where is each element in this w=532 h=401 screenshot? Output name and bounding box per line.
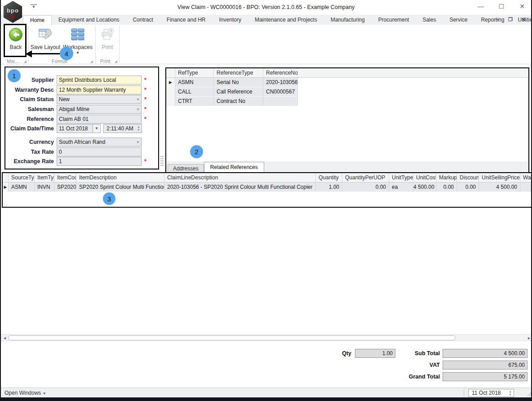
exchange-rate-field[interactable]: 1: [57, 157, 142, 166]
tab-contract[interactable]: Contract: [126, 15, 160, 25]
warranty-desc-field[interactable]: 12 Month Supplier Warranty: [57, 85, 142, 94]
column-header-warehouse[interactable]: Ware: [520, 173, 531, 183]
required-asterisk: *: [144, 106, 146, 112]
save-layout-button[interactable]: Save Layout: [31, 26, 60, 50]
print-label: Print: [102, 44, 113, 50]
tab-related-references[interactable]: Related References: [204, 162, 264, 173]
back-button[interactable]: Back: [5, 26, 26, 50]
save-layout-icon: [38, 26, 53, 43]
tab-maintenance-and-projects[interactable]: Maintenance and Projects: [248, 15, 324, 25]
window-title: View Claim - WC0000016 - BPO: Version 2.…: [1, 4, 531, 10]
vat-label: VAT: [387, 362, 440, 368]
grand-total-field: 5 175.00: [443, 372, 528, 381]
annotation-arrow-line: [31, 53, 60, 54]
claim-header-form: Supplier Sprint Distributors Local * War…: [4, 67, 159, 169]
tab-service[interactable]: Service: [443, 15, 474, 25]
chevron-down-icon: ▼: [136, 108, 140, 111]
group-caption-main: Mai...: [2, 58, 24, 64]
tab-inventory[interactable]: Inventory: [213, 15, 248, 25]
callout-badge-2: 2: [190, 145, 203, 158]
reference-label: Reference: [5, 115, 54, 124]
tab-manufacturing[interactable]: Manufacturing: [324, 15, 372, 25]
ribbon-group-main: Back Mai...: [2, 25, 28, 64]
group-launcher-icon[interactable]: [90, 60, 93, 63]
ribbon-toolbar: Back Mai... Save Layout: [1, 25, 531, 64]
column-header-itemtype[interactable]: ItemType: [35, 173, 54, 183]
column-header-quantity[interactable]: Quantity: [316, 173, 342, 183]
claim-lines-grid: SourceType ItemType ItemCode ItemDescrip…: [3, 173, 531, 192]
claim-line-row[interactable]: ▶ ASMN INVN SP2020 SP2020 Sprint Colour …: [3, 183, 531, 192]
claim-status-label: Claim Status: [5, 95, 54, 104]
callout-badge-1: 1: [8, 69, 21, 82]
column-header-sourcetype[interactable]: SourceType: [9, 173, 35, 183]
scroll-left-icon[interactable]: ◄: [3, 336, 7, 340]
supplier-field[interactable]: Sprint Distributors Local: [57, 76, 142, 85]
tab-procurement[interactable]: Procurement: [372, 15, 416, 25]
current-row-indicator-icon: ▶: [3, 183, 9, 192]
reference-row[interactable]: ▶ ASMN Serial No 2020-103056: [166, 78, 528, 87]
open-windows-button[interactable]: Open Windows ▼: [4, 390, 46, 396]
title-bar: bpo ▼ View Claim - WC0000016 - BPO: Vers…: [1, 0, 531, 15]
minimize-icon[interactable]: —: [476, 3, 485, 10]
scroll-right-icon[interactable]: ►: [527, 336, 531, 340]
statusbar-date-spinner[interactable]: 11 Oct 2018▲▼: [468, 389, 514, 397]
mdi-minimize-icon[interactable]: ─: [496, 17, 499, 22]
window-bottom-edge: [1, 397, 532, 401]
back-icon: [8, 26, 23, 43]
maximize-icon[interactable]: ☐: [497, 3, 506, 10]
print-icon: ?: [100, 26, 115, 43]
column-header-claimlinedescription[interactable]: ClaimLineDescription: [164, 173, 316, 183]
app-window: bpo ▼ View Claim - WC0000016 - BPO: Vers…: [0, 0, 532, 401]
sub-total-field: 4 500.00: [443, 349, 528, 358]
print-button[interactable]: ? Print: [97, 26, 118, 50]
tab-sales[interactable]: Sales: [416, 15, 443, 25]
tab-finance-and-hr[interactable]: Finance and HR: [160, 15, 213, 25]
workspaces-dropdown-icon: ▼: [76, 51, 80, 55]
tax-rate-field[interactable]: 0: [57, 147, 142, 156]
reference-row[interactable]: CALL Call Reference CN0000567: [166, 87, 528, 97]
resize-grip-icon[interactable]: [526, 390, 532, 396]
column-header-referencetype[interactable]: ReferenceType: [214, 68, 263, 78]
tab-equipment-and-locations[interactable]: Equipment and Locations: [52, 15, 126, 25]
required-asterisk: *: [144, 158, 146, 165]
logo-text: bpo: [7, 7, 19, 14]
warranty-desc-label: Warranty Desc: [5, 85, 54, 94]
spinner-arrows-icon[interactable]: ▲▼: [136, 125, 141, 132]
column-header-unittype[interactable]: UnitType: [389, 173, 413, 183]
column-header-unitcost[interactable]: UnitCost: [413, 173, 436, 183]
spinner-arrows-icon[interactable]: ▲▼: [508, 390, 513, 397]
column-header-reftype[interactable]: RefType: [175, 68, 214, 78]
group-launcher-icon[interactable]: [115, 60, 117, 63]
currency-label: Currency: [5, 138, 54, 147]
mdi-restore-icon[interactable]: ❐: [508, 17, 513, 22]
claim-status-dropdown[interactable]: New▼: [57, 95, 142, 104]
salesman-label: Salesman: [5, 105, 54, 114]
column-header-itemcode[interactable]: ItemCode: [54, 173, 76, 183]
chevron-down-icon: ▼: [136, 141, 140, 144]
column-header-discount[interactable]: Discount: [457, 173, 479, 183]
salesman-dropdown[interactable]: Abigail Milne▼: [57, 105, 142, 114]
annotation-arrow-icon: [26, 50, 32, 58]
column-header-quantityperuop[interactable]: QuantityPerUOP: [342, 173, 389, 183]
chevron-down-icon[interactable]: ▼: [93, 125, 100, 133]
mdi-close-icon[interactable]: ✕: [522, 17, 526, 22]
panel-splitter[interactable]: [160, 156, 164, 166]
column-header-itemdescription[interactable]: ItemDescription: [76, 173, 164, 183]
tab-addresses[interactable]: Addresses: [168, 164, 204, 173]
save-layout-label: Save Layout: [31, 44, 61, 50]
reference-field[interactable]: Claim AB 01: [57, 115, 142, 124]
tab-home[interactable]: Home: [23, 15, 52, 25]
close-icon[interactable]: ✕: [518, 3, 527, 10]
reference-row[interactable]: CTRT Contract No: [166, 97, 528, 106]
group-launcher-icon[interactable]: [24, 60, 27, 63]
row-indicator-header: [166, 68, 175, 78]
column-header-unitsellingprice[interactable]: UnitSellingPrice: [479, 173, 520, 183]
column-header-markup[interactable]: Markup: [436, 173, 457, 183]
logo-ring: [10, 15, 14, 19]
scrollbar-thumb[interactable]: [8, 335, 456, 340]
claim-date-picker[interactable]: 11 Oct 2018▼: [57, 124, 101, 133]
column-header-referenceno[interactable]: ReferenceNo: [263, 68, 298, 78]
horizontal-scrollbar[interactable]: ◄ ►: [1, 334, 532, 341]
currency-dropdown[interactable]: South African Rand▼: [57, 138, 142, 147]
claim-time-spinner[interactable]: 2:11:40 AM▲▼: [103, 124, 142, 133]
